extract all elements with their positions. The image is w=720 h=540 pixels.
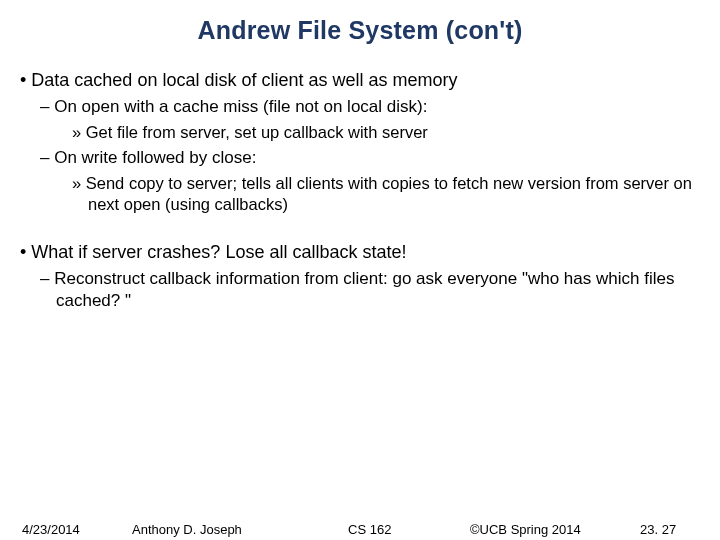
slide-body: Data cached on local disk of client as w… (0, 45, 720, 311)
slide-title: Andrew File System (con't) (0, 0, 720, 45)
bullet-text: Get file from server, set up callback wi… (86, 123, 428, 141)
footer-course: CS 162 (348, 522, 391, 537)
footer-copyright: ©UCB Spring 2014 (470, 522, 581, 537)
footer-page: 23. 27 (640, 522, 676, 537)
bullet-level2: On open with a cache miss (file not on l… (40, 96, 700, 118)
slide: Andrew File System (con't) Data cached o… (0, 0, 720, 540)
spacer (20, 219, 700, 241)
bullet-text: Reconstruct callback information from cl… (54, 269, 674, 310)
bullet-text: What if server crashes? Lose all callbac… (31, 242, 406, 262)
bullet-level1: What if server crashes? Lose all callbac… (20, 241, 700, 264)
footer-date: 4/23/2014 (22, 522, 80, 537)
bullet-level2: On write followed by close: (40, 147, 700, 169)
bullet-level3: Send copy to server; tells all clients w… (72, 173, 700, 215)
bullet-text: Data cached on local disk of client as w… (31, 70, 457, 90)
bullet-level2: Reconstruct callback information from cl… (40, 268, 700, 312)
bullet-text: On write followed by close: (54, 148, 256, 167)
bullet-text: On open with a cache miss (file not on l… (54, 97, 427, 116)
bullet-text: Send copy to server; tells all clients w… (86, 174, 692, 213)
footer-author: Anthony D. Joseph (132, 522, 242, 537)
bullet-level1: Data cached on local disk of client as w… (20, 69, 700, 92)
bullet-level3: Get file from server, set up callback wi… (72, 122, 700, 143)
